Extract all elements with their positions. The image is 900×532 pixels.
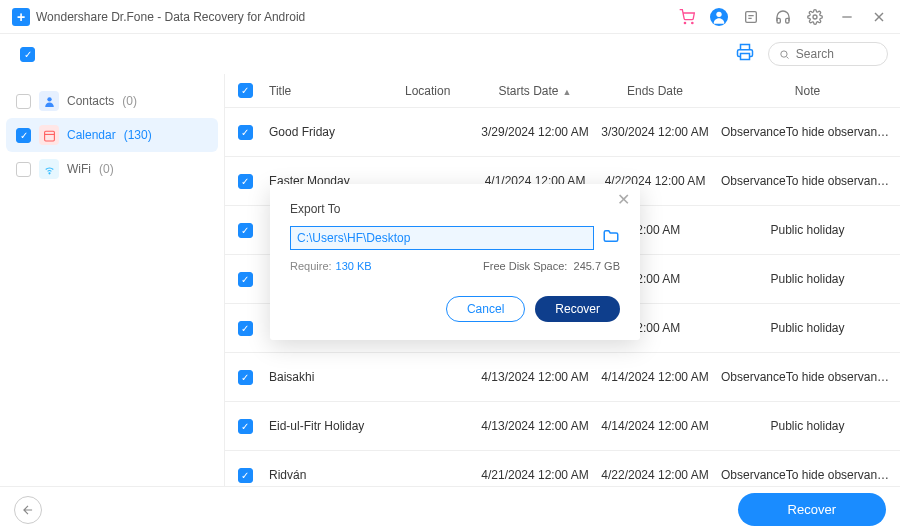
sidebar-item-count: (130) [124, 128, 152, 142]
svg-point-2 [716, 11, 721, 16]
sidebar: ✓ Contacts (0) ✓ Calendar (130) ✓ WiFi (… [0, 74, 224, 486]
cell-note: ObservanceTo hide observances, go to... [715, 174, 900, 188]
cell-note: ObservanceTo hide observances, go to... [715, 125, 900, 139]
cart-icon[interactable] [678, 8, 696, 26]
free-space-label: Free Disk Space: 245.7 GB [483, 260, 620, 272]
sidebar-item-count: (0) [99, 162, 114, 176]
cell-end: 4/14/2024 12:00 AM [595, 419, 715, 433]
search-field[interactable] [796, 47, 877, 61]
user-avatar-icon[interactable] [710, 8, 728, 26]
table-row[interactable]: ✓ Ridván 4/21/2024 12:00 AM 4/22/2024 12… [225, 451, 900, 486]
select-all-checkbox[interactable]: ✓ [20, 47, 35, 62]
table-row[interactable]: ✓ Good Friday 3/29/2024 12:00 AM 3/30/20… [225, 108, 900, 157]
require-value: 130 KB [336, 260, 372, 272]
cell-end: 4/22/2024 12:00 AM [595, 468, 715, 482]
cell-note: Public holiday [715, 223, 900, 237]
row-checkbox[interactable]: ✓ [238, 419, 253, 434]
col-starts[interactable]: Starts Date▲ [475, 84, 595, 98]
app-logo-icon: + [12, 8, 30, 26]
sidebar-item-calendar[interactable]: ✓ Calendar (130) [6, 118, 218, 152]
row-checkbox[interactable]: ✓ [238, 174, 253, 189]
toolbar: ✓ [0, 34, 900, 74]
window-title: Wondershare Dr.Fone - Data Recovery for … [36, 10, 678, 24]
dialog-close-icon[interactable]: ✕ [617, 190, 630, 209]
dialog-title: Export To [290, 202, 620, 216]
cell-note: ObservanceTo hide observances, go to... [715, 370, 900, 384]
svg-point-4 [813, 15, 817, 19]
cell-note: Public holiday [715, 321, 900, 335]
cell-start: 4/21/2024 12:00 AM [475, 468, 595, 482]
col-title[interactable]: Title [265, 84, 405, 98]
export-dialog: ✕ Export To Require:130 KB Free Disk Spa… [270, 184, 640, 340]
gear-icon[interactable] [806, 8, 824, 26]
search-input[interactable] [768, 42, 888, 66]
footer: Recover [0, 486, 900, 532]
cell-start: 3/29/2024 12:00 AM [475, 125, 595, 139]
svg-point-11 [47, 97, 51, 101]
wifi-icon [39, 159, 59, 179]
table-row[interactable]: ✓ Eid-ul-Fitr Holiday 4/13/2024 12:00 AM… [225, 402, 900, 451]
svg-rect-8 [741, 54, 750, 60]
cell-note: ObservanceTo hide observances, go to... [715, 468, 900, 482]
cell-title: Eid-ul-Fitr Holiday [265, 419, 405, 433]
col-note[interactable]: Note [715, 84, 900, 98]
sort-caret-icon: ▲ [563, 87, 572, 97]
calendar-icon [39, 125, 59, 145]
cell-start: 4/13/2024 12:00 AM [475, 370, 595, 384]
titlebar: + Wondershare Dr.Fone - Data Recovery fo… [0, 0, 900, 34]
row-checkbox[interactable]: ✓ [238, 321, 253, 336]
row-checkbox[interactable]: ✓ [238, 223, 253, 238]
sidebar-item-wifi[interactable]: ✓ WiFi (0) [6, 152, 218, 186]
table-header: ✓ Title Location Starts Date▲ Ends Date … [225, 74, 900, 108]
row-checkbox[interactable]: ✓ [238, 370, 253, 385]
svg-point-1 [692, 22, 693, 23]
cell-title: Ridván [265, 468, 405, 482]
col-ends[interactable]: Ends Date [595, 84, 715, 98]
sidebar-item-contacts[interactable]: ✓ Contacts (0) [6, 84, 218, 118]
svg-point-14 [48, 172, 49, 173]
table-row[interactable]: ✓ Baisakhi 4/13/2024 12:00 AM 4/14/2024 … [225, 353, 900, 402]
dialog-recover-button[interactable]: Recover [535, 296, 620, 322]
header-checkbox[interactable]: ✓ [238, 83, 253, 98]
svg-line-10 [787, 56, 789, 58]
cell-end: 4/14/2024 12:00 AM [595, 370, 715, 384]
sidebar-item-label: Calendar [67, 128, 116, 142]
cell-note: Public holiday [715, 419, 900, 433]
free-space-value: 245.7 GB [574, 260, 620, 272]
feedback-icon[interactable] [742, 8, 760, 26]
search-icon [779, 48, 790, 61]
row-checkbox[interactable]: ✓ [238, 468, 253, 483]
svg-rect-12 [44, 131, 54, 141]
contacts-checkbox[interactable]: ✓ [16, 94, 31, 109]
headphones-icon[interactable] [774, 8, 792, 26]
sidebar-item-count: (0) [122, 94, 137, 108]
sidebar-item-label: Contacts [67, 94, 114, 108]
cell-note: Public holiday [715, 272, 900, 286]
cell-end: 3/30/2024 12:00 AM [595, 125, 715, 139]
calendar-checkbox[interactable]: ✓ [16, 128, 31, 143]
cell-title: Good Friday [265, 125, 405, 139]
wifi-checkbox[interactable]: ✓ [16, 162, 31, 177]
row-checkbox[interactable]: ✓ [238, 272, 253, 287]
cell-start: 4/13/2024 12:00 AM [475, 419, 595, 433]
svg-rect-3 [746, 11, 757, 22]
export-path-input[interactable] [290, 226, 594, 250]
back-button[interactable] [14, 496, 42, 524]
minimize-icon[interactable] [838, 8, 856, 26]
recover-button[interactable]: Recover [738, 493, 886, 526]
close-icon[interactable] [870, 8, 888, 26]
svg-point-0 [684, 22, 685, 23]
browse-folder-icon[interactable] [602, 227, 620, 249]
dialog-cancel-button[interactable]: Cancel [446, 296, 525, 322]
sidebar-item-label: WiFi [67, 162, 91, 176]
col-location[interactable]: Location [405, 84, 475, 98]
print-icon[interactable] [736, 43, 754, 65]
svg-point-9 [781, 50, 787, 56]
cell-title: Baisakhi [265, 370, 405, 384]
row-checkbox[interactable]: ✓ [238, 125, 253, 140]
contacts-icon [39, 91, 59, 111]
require-label: Require:130 KB [290, 260, 372, 272]
